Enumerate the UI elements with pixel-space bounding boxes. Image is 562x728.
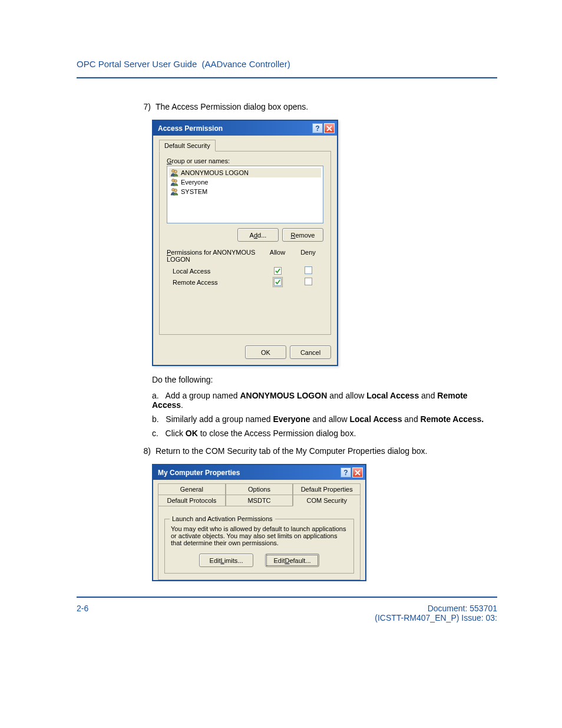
doc-issue: (ICSTT-RM407_EN_P) Issue: 03:	[375, 613, 497, 622]
user-group-icon	[170, 169, 178, 177]
local-allow-checkbox[interactable]	[274, 267, 282, 275]
user-group-icon	[170, 187, 178, 196]
list-item[interactable]: ANONYMOUS LOGON	[169, 168, 321, 177]
tab-msdtc[interactable]: MSDTC	[226, 495, 293, 506]
step-8-number: 8)	[135, 446, 156, 456]
list-item-label: Everyone	[181, 179, 208, 186]
user-listbox[interactable]: ANONYMOUS LOGON Everyone SYSTEM	[167, 166, 323, 223]
ok-button[interactable]: OK	[245, 345, 286, 359]
help-button[interactable]: ?	[340, 467, 351, 477]
remove-button[interactable]: Remove	[282, 228, 323, 242]
tab-default-security[interactable]: Default Security	[159, 140, 216, 151]
list-item-label: SYSTEM	[181, 188, 207, 195]
access-permission-dialog: Access Permission ? Default Security Gro…	[152, 120, 338, 366]
group-text: You may edit who is allowed by default t…	[171, 525, 348, 546]
do-the-following: Do the following:	[152, 374, 497, 385]
doc-subtitle: (AADvance Controller)	[202, 59, 290, 69]
step-7-number: 7)	[135, 102, 156, 111]
permissions-for-label: Permissions for ANONYMOUS LOGON	[167, 249, 262, 263]
edit-limits-button[interactable]: Edit Limits...	[199, 554, 253, 567]
group-names-label: Group or user names:	[167, 157, 323, 164]
tab-default-properties[interactable]: Default Properties	[293, 483, 361, 495]
tab-com-security[interactable]: COM Security	[293, 495, 361, 506]
svg-point-5	[174, 189, 177, 192]
remote-allow-checkbox[interactable]	[274, 278, 282, 286]
add-button[interactable]: Add...	[237, 228, 279, 242]
dialog-title: Access Permission	[158, 124, 223, 133]
remote-deny-checkbox[interactable]	[305, 278, 312, 285]
svg-point-3	[174, 180, 177, 183]
page-header: OPC Portal Server User Guide (AADvance C…	[77, 59, 497, 78]
help-button[interactable]: ?	[312, 123, 323, 133]
substep-a: a. Add a group named ANONYMOUS LOGON and…	[152, 391, 497, 410]
svg-point-1	[174, 170, 177, 173]
dialog2-title: My Computer Properties	[158, 469, 240, 477]
group-legend: Launch and Activation Permissions	[170, 515, 275, 522]
perm-local-access: Local Access	[173, 268, 262, 275]
tab-options[interactable]: Options	[226, 483, 293, 495]
substep-c: c. Click OK to close the Access Permissi…	[152, 429, 497, 438]
user-group-icon	[170, 178, 178, 186]
step-7-text: The Access Permission dialog box opens.	[156, 102, 497, 111]
cancel-button[interactable]: Cancel	[290, 345, 331, 359]
list-item[interactable]: SYSTEM	[169, 187, 321, 196]
step-8-text: Return to the COM Security tab of the My…	[156, 446, 497, 456]
close-button[interactable]	[352, 467, 363, 477]
doc-title: OPC Portal Server User Guide	[77, 59, 197, 69]
doc-number: Document: 553701	[428, 604, 497, 613]
list-item[interactable]: Everyone	[169, 177, 321, 187]
launch-activation-group: Launch and Activation Permissions You ma…	[164, 519, 354, 574]
dialog-titlebar[interactable]: Access Permission ?	[153, 121, 337, 136]
perm-remote-access: Remote Access	[173, 279, 262, 286]
close-button[interactable]	[324, 123, 335, 133]
close-icon	[355, 470, 361, 476]
deny-header: Deny	[293, 249, 323, 263]
my-computer-properties-dialog: My Computer Properties ? General Options…	[152, 464, 366, 581]
page-footer: 2-6 Document: 553701 (ICSTT-RM407_EN_P) …	[77, 597, 497, 622]
allow-header: Allow	[262, 249, 293, 263]
local-deny-checkbox[interactable]	[305, 266, 312, 274]
dialog2-titlebar[interactable]: My Computer Properties ?	[153, 465, 365, 480]
list-item-label: ANONYMOUS LOGON	[181, 169, 249, 176]
close-icon	[326, 126, 332, 131]
tab-general[interactable]: General	[158, 483, 226, 495]
page-number: 2-6	[77, 604, 88, 622]
tab-default-protocols[interactable]: Default Protocols	[158, 495, 226, 506]
edit-default-button[interactable]: Edit Default...	[265, 554, 319, 567]
substep-b: b. Similarly add a group named Everyone …	[152, 414, 497, 424]
